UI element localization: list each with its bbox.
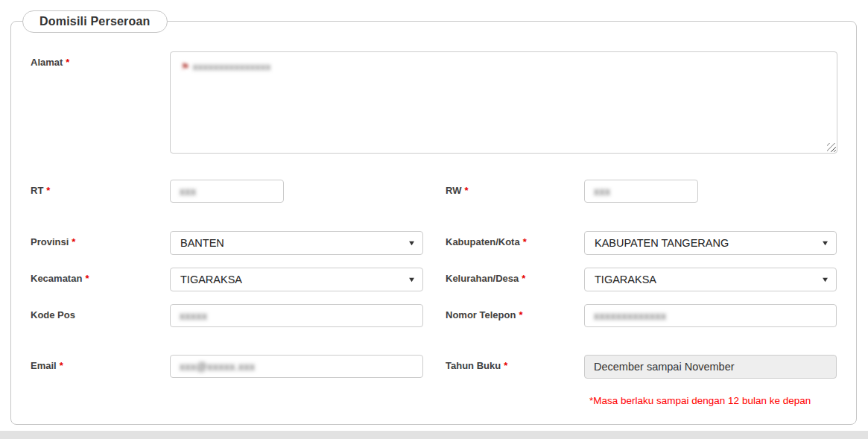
- kabupaten-select[interactable]: KABUPATEN TANGERANG ▼: [584, 231, 837, 255]
- kabupaten-label: Kabupaten/Kota*: [446, 231, 584, 247]
- rw-value-redacted: xxx: [594, 186, 611, 198]
- kecamatan-select[interactable]: TIGARAKSA ▼: [170, 268, 423, 291]
- dropdown-arrow-icon: ▼: [408, 276, 416, 283]
- kelurahan-label: Kelurahan/Desa*: [446, 268, 584, 284]
- dropdown-arrow-icon: ▼: [408, 239, 416, 247]
- kabupaten-selected-value: KABUPATEN TANGERANG: [595, 237, 729, 249]
- required-asterisk: *: [66, 57, 69, 68]
- kecamatan-selected-value: TIGARAKSA: [180, 274, 242, 285]
- telepon-input[interactable]: xxxxxxxxxxxxx: [584, 304, 837, 327]
- kelurahan-select[interactable]: TIGARAKSA ▼: [584, 268, 837, 291]
- panel-title: Domisili Perseroan: [39, 15, 151, 28]
- required-asterisk: *: [522, 273, 525, 284]
- required-asterisk: *: [60, 360, 63, 371]
- rt-value-redacted: xxx: [180, 186, 197, 198]
- kode-pos-input[interactable]: xxxxx: [170, 304, 423, 327]
- tahun-buku-input[interactable]: [584, 355, 837, 379]
- alamat-label: Alamat*: [31, 51, 170, 68]
- required-asterisk: *: [464, 185, 468, 196]
- alamat-textarea[interactable]: ⚑xxxxxxxxxxxxxxx: [170, 51, 837, 154]
- required-asterisk: *: [504, 360, 507, 371]
- alamat-value-redacted: xxxxxxxxxxxxxxx: [193, 61, 271, 72]
- required-asterisk: *: [72, 236, 75, 247]
- validity-note: *Masa berlaku sampai dengan 12 bulan ke …: [584, 395, 811, 406]
- domisili-perseroan-panel: Domisili Perseroan Alamat* ⚑xxxxxxxxxxxx…: [10, 21, 857, 425]
- telepon-label: Nomor Telepon*: [446, 304, 584, 320]
- dropdown-arrow-icon: ▼: [821, 239, 830, 247]
- provinsi-select[interactable]: BANTEN ▼: [170, 231, 423, 255]
- email-value-redacted: xxx@xxxxx.xxx: [180, 361, 256, 373]
- required-asterisk: *: [46, 185, 50, 196]
- telepon-value-redacted: xxxxxxxxxxxxx: [594, 310, 667, 322]
- panel-legend: Domisili Perseroan: [22, 10, 168, 33]
- resize-handle-icon[interactable]: [827, 143, 835, 151]
- provinsi-label: Provinsi*: [31, 231, 170, 247]
- rt-input[interactable]: xxx: [170, 180, 284, 203]
- required-asterisk: *: [519, 309, 522, 320]
- provinsi-selected-value: BANTEN: [180, 237, 224, 249]
- required-asterisk: *: [85, 273, 89, 284]
- rw-label: RW*: [446, 180, 584, 196]
- kode-pos-label: Kode Pos: [31, 304, 170, 320]
- dropdown-arrow-icon: ▼: [821, 276, 830, 283]
- page-footer-strip: [0, 431, 868, 439]
- kode-pos-value-redacted: xxxxx: [180, 310, 208, 322]
- rt-label: RT*: [31, 180, 170, 196]
- email-input[interactable]: xxx@xxxxx.xxx: [170, 355, 423, 378]
- rw-input[interactable]: xxx: [584, 180, 698, 203]
- tahun-buku-label: Tahun Buku*: [446, 355, 584, 371]
- email-label: Email*: [31, 355, 170, 371]
- kecamatan-label: Kecamatan*: [31, 268, 170, 284]
- redacted-mark-icon: ⚑: [181, 61, 190, 72]
- required-asterisk: *: [523, 236, 527, 247]
- kelurahan-selected-value: TIGARAKSA: [595, 274, 656, 285]
